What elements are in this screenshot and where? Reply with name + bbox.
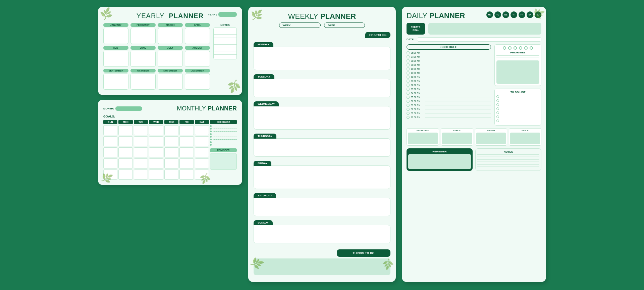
month-september: SEPTEMBER <box>103 69 128 90</box>
daily-planner-card: 🌿 DAILY PLANNER MO TU WE TH FR SA SU TOD… <box>402 7 546 282</box>
wednesday-content[interactable] <box>254 106 390 130</box>
thursday-content[interactable] <box>254 138 390 157</box>
yearly-notes-label: NOTES <box>213 23 237 27</box>
todo-list-box: TO DO LIST <box>494 89 541 126</box>
monthly-reminder: REMINDER <box>210 148 237 170</box>
meals-row: BREAKFAST LUNCH DINNER SNACK <box>407 128 541 146</box>
month-name-box: MONTH: <box>103 106 142 111</box>
schedule-col: SCHEDULE 06:00 AM 07:00 AM 08:00 AM 09:0… <box>407 44 491 126</box>
daily-goal-row: TODAY'S GOAL <box>407 23 541 35</box>
date-row-daily: DATE : <box>407 37 541 42</box>
daily-reminder-content[interactable] <box>408 154 471 169</box>
yearly-notes-section: NOTES <box>213 23 237 59</box>
daily-right-col: PRIORITIES TO DO LIST <box>494 44 541 126</box>
saturday-content[interactable] <box>254 198 390 216</box>
main-container: 🌿 🌿 YEARLY PLANNER YEAR : NOTES J <box>0 0 644 290</box>
year-input-row: YEAR : <box>208 12 237 17</box>
month-may: MAY <box>103 46 128 67</box>
day-thursday: THURSDAY <box>254 132 390 157</box>
things-to-do-box[interactable] <box>254 258 390 275</box>
daily-title: DAILY PLANNER <box>407 11 465 20</box>
monthly-planner-card: 🌿 🌿 MONTH: MONTHLY PLANNER GOALS: SUN MO… <box>98 100 242 185</box>
monthly-checklist: REMINDER <box>210 125 237 180</box>
cal-cell[interactable] <box>103 125 117 135</box>
month-october: OCTOBER <box>130 69 156 90</box>
day-monday: MONDAY <box>254 41 390 70</box>
friday-content[interactable] <box>254 165 390 189</box>
month-july: JULY <box>158 46 183 67</box>
daily-date-input[interactable] <box>417 37 541 42</box>
month-august: AUGUST <box>185 46 210 67</box>
day-saturday: SATURDAY <box>254 192 390 216</box>
week-label: WEEK : <box>283 24 292 27</box>
year-label: YEAR : <box>208 13 217 16</box>
todo-title: TO DO LIST <box>496 91 539 94</box>
daily-notes-label: NOTES <box>477 150 539 153</box>
date-box: DATE : <box>324 22 365 28</box>
daily-bottom-row: REMINDER NOTES <box>407 148 541 171</box>
daily-two-col: SCHEDULE 06:00 AM 07:00 AM 08:00 AM 09:0… <box>407 44 541 126</box>
weekly-priorities-badge: PRIORITIES <box>365 32 390 38</box>
days-of-week: MO TU WE TH FR SA SU <box>486 11 541 18</box>
monthly-title: MONTHLY PLANNER <box>177 105 237 112</box>
daily-notes-lines <box>477 154 539 166</box>
month-name-label: MONTH: <box>103 107 114 110</box>
schedule-label: SCHEDULE <box>407 44 491 50</box>
weekly-title: WEEKLY PLANNER <box>254 12 390 21</box>
daily-notes-box: NOTES <box>475 148 541 171</box>
todays-goal-input[interactable] <box>428 23 541 35</box>
checklist-header: CHECKLIST <box>210 120 237 124</box>
week-box: WEEK : <box>279 22 321 28</box>
weekly-header: WEEKLY PLANNER WEEK : DATE : <box>254 12 390 28</box>
priorities-title: PRIORITIES <box>496 51 539 54</box>
yearly-notes-box[interactable] <box>213 28 237 59</box>
sunday-content[interactable] <box>254 225 390 243</box>
left-column: 🌿 🌿 YEARLY PLANNER YEAR : NOTES J <box>98 7 242 185</box>
month-february: FEBRUARY <box>130 23 156 44</box>
priorities-area[interactable] <box>496 60 539 84</box>
month-november: NOVEMBER <box>158 69 183 90</box>
month-name-input[interactable] <box>115 106 142 111</box>
monday-content[interactable] <box>254 47 390 70</box>
weekly-planner-card: 🌿 🌿 🌿 WEEKLY PLANNER WEEK : DATE : PRIOR… <box>248 7 396 282</box>
priorities-notebook: PRIORITIES <box>494 44 541 86</box>
lunch-box: LUNCH <box>441 128 473 146</box>
day-friday: FRIDAY <box>254 159 390 189</box>
yearly-title: YEARLY PLANNER <box>137 12 204 20</box>
monthly-calendar-body: REMINDER <box>103 125 237 180</box>
month-january: JANUARY <box>103 23 128 44</box>
daily-reminder-box: REMINDER <box>407 148 473 171</box>
notebook-rings <box>496 46 539 50</box>
day-sunday: SUNDAY <box>254 219 390 243</box>
monthly-reminder-content[interactable] <box>210 153 237 170</box>
month-march: MARCH <box>158 23 183 44</box>
things-to-do-section: THINGS TO DO <box>254 246 390 275</box>
breakfast-box: BREAKFAST <box>407 128 439 146</box>
things-to-do-label: THINGS TO DO <box>337 249 390 257</box>
day-wednesday: WEDNESDAY <box>254 100 390 130</box>
yearly-planner-card: 🌿 🌿 YEARLY PLANNER YEAR : NOTES J <box>98 7 242 95</box>
weekly-meta: WEEK : DATE : <box>254 22 390 28</box>
month-june: JUNE <box>130 46 156 67</box>
time-slots: 06:00 AM 07:00 AM 08:00 AM 09:00 AM 10:0… <box>407 51 491 119</box>
todays-goal-label: TODAY'S GOAL <box>407 23 425 35</box>
daily-header: DAILY PLANNER MO TU WE TH FR SA SU <box>407 11 541 20</box>
monthly-reminder-label: REMINDER <box>210 148 237 152</box>
monthly-calendar-grid <box>103 125 209 180</box>
daily-date-label: DATE : <box>407 38 415 41</box>
month-april: APRIL <box>185 23 210 44</box>
daily-reminder-label: REMINDER <box>408 150 471 153</box>
snack-box: SNACK <box>509 128 541 146</box>
goals-label: GOALS: <box>103 115 237 118</box>
tuesday-content[interactable] <box>254 79 390 97</box>
day-tuesday: TUESDAY <box>254 73 390 97</box>
month-december: DECEMBER <box>185 69 210 90</box>
year-input-box[interactable] <box>218 12 237 17</box>
monthly-header: MONTH: MONTHLY PLANNER <box>103 105 237 112</box>
calendar-days-header: SUN MON TUE WED THU FRI SAT CHECKLIST <box>103 120 237 124</box>
dinner-box: DINNER <box>475 128 507 146</box>
date-label: DATE : <box>328 24 336 27</box>
